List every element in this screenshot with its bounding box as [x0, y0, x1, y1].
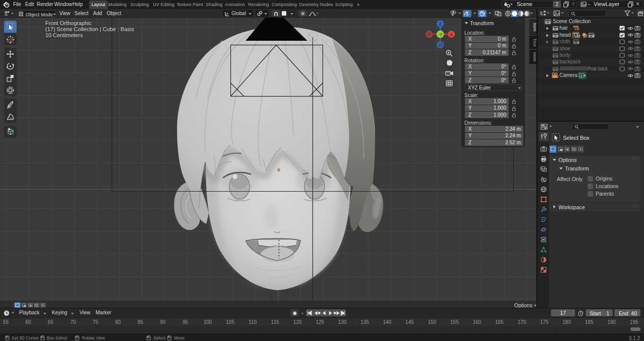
svg-text:X: X — [450, 32, 453, 37]
svg-text:-Y: -Y — [438, 32, 443, 37]
svg-text:Z: Z — [439, 22, 442, 27]
